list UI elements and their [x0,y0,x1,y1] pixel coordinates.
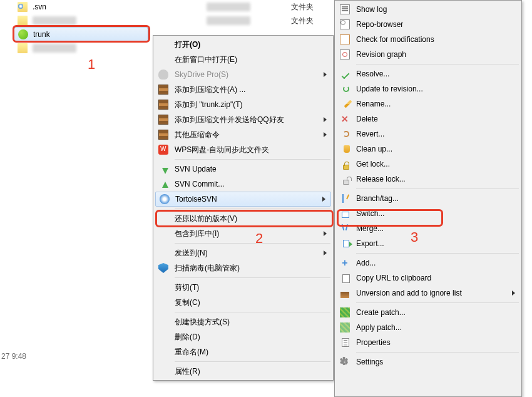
submenu-export[interactable]: Export... [336,236,520,251]
menu-svn-update[interactable]: SVN Update [155,162,332,177]
menu-label: Get lock... [356,160,390,168]
menu-label: Update to revision... [356,85,423,93]
menu-add-send-qq[interactable]: 添加到压缩文件并发送给QQ好友 [155,112,332,127]
folder-svn-icon [18,2,28,12]
settings-icon [340,357,350,367]
submenu-copy-url[interactable]: Copy URL to clipboard [336,271,520,286]
submenu-get-lock[interactable]: Get lock... [336,157,520,172]
clean-up-icon [340,144,350,154]
submenu-properties[interactable]: Properties [336,335,520,350]
context-menu-tortoisesvn: Show log Repo-browser Check for modifica… [334,0,522,397]
submenu-arrow-icon [512,291,515,296]
submenu-create-patch[interactable]: Create patch... [336,305,520,320]
menu-label: Repo-browser [356,20,403,29]
archive-icon [158,100,168,110]
file-row-trunk-selected[interactable]: trunk [14,28,148,41]
menu-label: 复制(C) [175,297,200,308]
merge-icon [340,224,350,234]
menu-cut[interactable]: 剪切(T) [155,280,332,295]
submenu-add[interactable]: +Add... [336,255,520,271]
submenu-merge[interactable]: Merge... [336,221,520,236]
file-type: 文件夹 [291,16,314,26]
menu-tortoisesvn[interactable]: TortoiseSVN [155,192,331,207]
menu-open[interactable]: 打开(O) [155,37,332,52]
menu-create-shortcut[interactable]: 创建快捷方式(S) [155,314,332,329]
menu-label: WPS网盘-自动同步此文件夹 [175,145,269,155]
submenu-rename[interactable]: Rename... [336,96,520,111]
menu-label: 重命名(M) [175,347,208,358]
submenu-revert[interactable]: Revert... [336,126,520,142]
submenu-resolve[interactable]: Resolve... [336,66,520,81]
submenu-switch[interactable]: Switch... [336,206,520,221]
submenu-arrow-icon [322,197,325,202]
menu-send-to[interactable]: 发送到(N) [155,245,332,260]
submenu-arrow-icon [324,132,327,137]
menu-add-trunk-zip[interactable]: 添加到 "trunk.zip"(T) [155,97,332,112]
submenu-release-lock[interactable]: Release lock... [336,172,520,187]
menu-label: 属性(R) [175,366,200,377]
menu-label: Unversion and add to ignore list [356,289,462,297]
menu-label: 发送到(N) [175,248,208,259]
submenu-check-modifications[interactable]: Check for modifications [336,32,520,47]
file-name: .svn [33,3,189,11]
menu-separator [356,352,519,353]
menu-copy[interactable]: 复制(C) [155,295,332,310]
cloud-icon [158,70,168,80]
submenu-arrow-icon [324,72,327,77]
file-type: 文件夹 [291,2,314,13]
wps-icon [158,145,168,155]
lock-icon [340,159,350,169]
submenu-unversion-ignore[interactable]: Unversion and add to ignore list [336,286,520,301]
menu-delete[interactable]: 删除(D) [155,329,332,344]
menu-other-compress[interactable]: 其他压缩命令 [155,127,332,142]
log-icon [340,4,350,14]
menu-wps[interactable]: WPS网盘-自动同步此文件夹 [155,142,332,157]
submenu-repo-browser[interactable]: Repo-browser [336,17,520,32]
menu-properties[interactable]: 属性(R) [155,364,332,379]
update-revision-icon [340,84,350,94]
menu-label: Export... [356,239,384,248]
submenu-clean-up[interactable]: Clean up... [336,142,520,157]
menu-label: 创建快捷方式(S) [175,317,230,327]
menu-restore-previous[interactable]: 还原以前的版本(V) [155,211,332,226]
submenu-apply-patch[interactable]: Apply patch... [336,320,520,335]
menu-label: TortoiseSVN [175,195,217,204]
unversion-icon [340,288,350,298]
context-menu-primary: 打开(O) 在新窗口中打开(E) SkyDrive Pro(S) 添加到压缩文件… [153,35,334,381]
menu-separator [175,209,330,209]
menu-label: Clean up... [356,145,392,153]
submenu-revision-graph[interactable]: Revision graph [336,47,520,62]
status-timestamp: 27 9:48 [1,352,26,361]
apply-patch-icon [340,322,350,333]
menu-separator [356,253,519,254]
menu-label: 添加到压缩文件(A) ... [175,85,245,95]
menu-add-archive[interactable]: 添加到压缩文件(A) ... [155,82,332,97]
menu-skydrive[interactable]: SkyDrive Pro(S) [155,67,332,82]
submenu-delete[interactable]: ✕Delete [336,111,520,126]
export-icon [340,239,350,249]
revision-graph-icon [340,49,350,59]
check-mods-icon [340,34,350,44]
blurred-field [207,3,250,11]
submenu-arrow-icon [324,231,327,236]
submenu-show-log[interactable]: Show log [336,2,520,17]
menu-label: Revision graph [356,50,406,59]
repo-browser-icon [340,19,350,29]
submenu-update-to-revision[interactable]: Update to revision... [336,81,520,96]
menu-label: Branch/tag... [356,194,399,203]
menu-label: 在新窗口中打开(E) [175,54,237,65]
menu-label: 其他压缩命令 [175,130,220,140]
menu-svn-commit[interactable]: SVN Commit... [155,177,332,192]
shield-icon [158,263,168,273]
menu-label: 删除(D) [175,332,200,343]
switch-icon [340,209,350,219]
menu-rename[interactable]: 重命名(M) [155,344,332,359]
menu-label: Show log [356,5,387,14]
revert-icon [340,129,350,139]
menu-label: Properties [356,338,391,347]
menu-include-library[interactable]: 包含到库中(I) [155,226,332,241]
menu-open-new-window[interactable]: 在新窗口中打开(E) [155,52,332,67]
menu-scan-virus[interactable]: 扫描病毒(电脑管家) [155,260,332,276]
submenu-settings[interactable]: Settings [336,354,520,369]
submenu-branch-tag[interactable]: Branch/tag... [336,191,520,206]
